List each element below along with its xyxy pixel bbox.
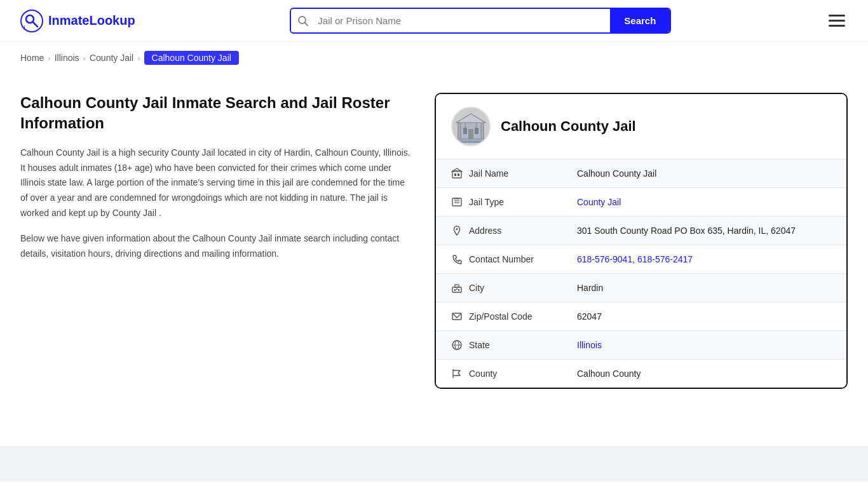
globe-icon xyxy=(451,339,469,351)
card-header: Calhoun County Jail xyxy=(436,94,846,159)
state-value: Illinois xyxy=(577,340,831,350)
contact-link[interactable]: 618-576-9041, 618-576-2417 xyxy=(577,254,693,264)
jail-type-link[interactable]: County Jail xyxy=(577,197,621,207)
main-content: Calhoun County Jail Inmate Search and Ja… xyxy=(0,74,868,408)
contact-value: 618-576-9041, 618-576-2417 xyxy=(577,254,831,264)
svg-text:i: i xyxy=(24,25,25,31)
jail-avatar xyxy=(451,107,491,146)
state-link[interactable]: Illinois xyxy=(577,340,602,350)
row-jail-name: Jail Name Calhoun County Jail xyxy=(436,159,846,187)
left-section: Calhoun County Jail Inmate Search and Ja… xyxy=(20,93,414,261)
zip-value: 62047 xyxy=(577,311,831,322)
svg-rect-29 xyxy=(458,289,459,291)
phone-icon xyxy=(451,254,469,265)
hamburger-line-1 xyxy=(829,15,845,17)
svg-rect-7 xyxy=(463,128,467,134)
row-contact: Contact Number 618-576-9041, 618-576-241… xyxy=(436,245,846,273)
logo-icon: i xyxy=(20,10,43,32)
svg-rect-18 xyxy=(454,173,456,176)
svg-line-2 xyxy=(33,22,38,27)
location-icon xyxy=(451,225,469,236)
breadcrumb-illinois[interactable]: Illinois xyxy=(55,53,79,63)
address-label: Address xyxy=(469,226,577,236)
search-button[interactable]: Search xyxy=(610,9,670,32)
svg-rect-10 xyxy=(459,121,461,139)
jail-name-label: Jail Name xyxy=(469,168,577,179)
hamburger-line-2 xyxy=(829,20,845,22)
jail-type-value: County Jail xyxy=(577,197,831,207)
mail-icon xyxy=(451,311,469,322)
jail-building-icon xyxy=(454,110,487,143)
breadcrumb: Home › Illinois › County Jail › Calhoun … xyxy=(0,42,868,74)
svg-rect-30 xyxy=(456,288,458,290)
svg-point-25 xyxy=(456,228,458,230)
city-value: Hardin xyxy=(577,283,831,293)
svg-rect-21 xyxy=(452,198,461,206)
chevron-icon-1: › xyxy=(48,53,50,63)
chevron-icon-3: › xyxy=(137,53,140,63)
list-icon xyxy=(451,196,469,208)
breadcrumb-home[interactable]: Home xyxy=(20,53,44,63)
menu-button[interactable] xyxy=(826,12,848,29)
jail-name-value: Calhoun County Jail xyxy=(577,168,831,179)
svg-rect-11 xyxy=(480,121,482,139)
breadcrumb-active: Calhoun County Jail xyxy=(144,51,239,65)
row-zip: Zip/Postal Code 62047 xyxy=(436,302,846,330)
svg-rect-28 xyxy=(454,289,456,291)
hamburger-line-3 xyxy=(829,25,845,27)
info-rows: Jail Name Calhoun County Jail Jail Type … xyxy=(436,159,846,388)
chevron-icon-2: › xyxy=(83,53,86,63)
city-label: City xyxy=(469,283,577,293)
search-icon-wrap xyxy=(291,10,315,32)
card-jail-name: Calhoun County Jail xyxy=(501,118,636,135)
zip-label: Zip/Postal Code xyxy=(469,311,577,322)
row-jail-type: Jail Type County Jail xyxy=(436,187,846,216)
flag-icon xyxy=(451,368,469,379)
row-city: City Hardin xyxy=(436,273,846,302)
building-icon xyxy=(451,168,469,179)
svg-marker-14 xyxy=(456,114,485,123)
page-description-1: Calhoun County Jail is a high security C… xyxy=(20,146,414,221)
logo-link[interactable]: i InmateLookup xyxy=(20,10,135,32)
page-description-2: Below we have given information about th… xyxy=(20,231,414,262)
logo-text: InmateLookup xyxy=(48,13,135,28)
svg-line-5 xyxy=(305,22,308,25)
row-address: Address 301 South County Road PO Box 635… xyxy=(436,216,846,245)
contact-label: Contact Number xyxy=(469,254,577,264)
county-label: County xyxy=(469,369,577,379)
address-value: 301 South County Road PO Box 635, Hardin… xyxy=(577,226,831,236)
row-county: County Calhoun County xyxy=(436,359,846,388)
state-label: State xyxy=(469,340,577,350)
svg-rect-8 xyxy=(475,128,478,134)
svg-rect-17 xyxy=(452,171,461,178)
search-area: Search xyxy=(290,8,671,34)
page-title: Calhoun County Jail Inmate Search and Ja… xyxy=(20,93,414,134)
breadcrumb-county-jail[interactable]: County Jail xyxy=(90,53,133,63)
county-value: Calhoun County xyxy=(577,369,831,379)
city-icon xyxy=(451,282,469,294)
search-box: Search xyxy=(290,8,671,34)
row-state: State Illinois xyxy=(436,330,846,359)
svg-rect-16 xyxy=(456,141,486,143)
svg-rect-19 xyxy=(458,173,459,176)
svg-rect-9 xyxy=(468,129,473,139)
jail-type-label: Jail Type xyxy=(469,197,577,207)
header: i InmateLookup Search xyxy=(0,0,868,42)
search-icon xyxy=(297,15,309,27)
footer-bar xyxy=(0,446,868,482)
search-input[interactable] xyxy=(315,10,610,31)
jail-info-card: Calhoun County Jail Jail Name Calhoun Co… xyxy=(435,93,848,389)
